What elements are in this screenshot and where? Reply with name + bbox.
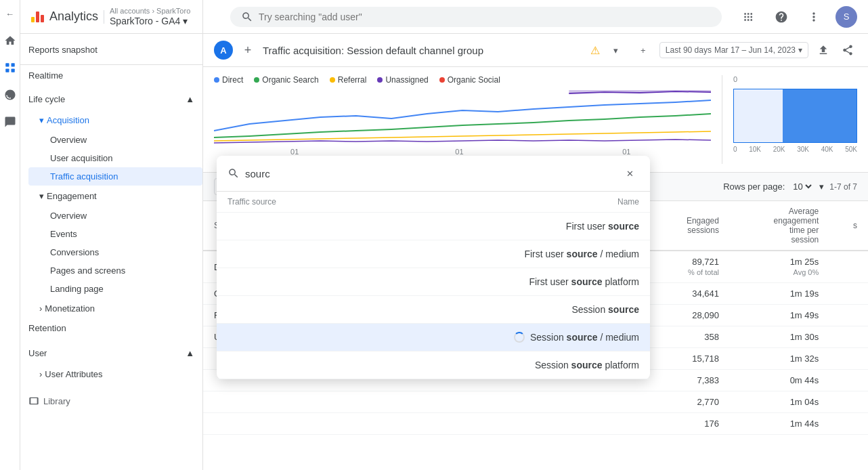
- sidebar-item-library[interactable]: Library: [28, 396, 194, 406]
- grid-icon[interactable]: [738, 6, 760, 28]
- col-avg-engagement: Averageengagementtime persession: [730, 201, 829, 251]
- table-row: 176 1m 44s: [203, 413, 868, 435]
- property-selector[interactable]: SparkToro - GA4 ▾: [110, 16, 190, 26]
- sidebar-sub-engagement: ▾ Engagement Overview Events Conversions…: [20, 186, 202, 298]
- help-icon[interactable]: [771, 6, 792, 28]
- sidebar-section-engagement[interactable]: ▾ Engagement: [28, 186, 202, 207]
- share-icon[interactable]: [838, 41, 857, 60]
- chevron-down-icon: ▾: [819, 181, 824, 192]
- avatar[interactable]: S: [836, 6, 857, 28]
- global-search: [230, 7, 722, 27]
- more-icon[interactable]: [803, 6, 825, 28]
- cell-channel: [203, 413, 399, 435]
- chevron-down-icon: ▾: [183, 16, 188, 26]
- cell-engaged: 176: [649, 413, 730, 435]
- property-name: SparkToro - GA4: [110, 16, 180, 26]
- dropdown-item-first-user-source[interactable]: First user source: [217, 213, 650, 240]
- sidebar-item-landing-page[interactable]: Landing page: [28, 280, 202, 298]
- sidebar-item-realtime[interactable]: Realtime: [20, 65, 202, 86]
- search-input[interactable]: [259, 12, 711, 22]
- search-icon: [241, 11, 253, 23]
- dropdown-item-session-source-platform[interactable]: Session source platform: [217, 351, 650, 379]
- report-title: Traffic acquisition: Session default cha…: [263, 45, 585, 56]
- sidebar-item-conversions[interactable]: Conversions: [28, 243, 202, 261]
- cell-engaged: 15,718: [649, 348, 730, 370]
- sidebar-section-monetization[interactable]: › Monetization: [28, 298, 202, 319]
- cell-sessions: [567, 391, 649, 413]
- chart-main: Direct Organic Search Referral Unassigne…: [214, 75, 711, 164]
- rows-per-page-select[interactable]: 10 25 50: [790, 181, 814, 192]
- dropdown-item-session-source-medium[interactable]: Session source / medium: [217, 324, 650, 351]
- legend-organic-search: Organic Search: [254, 75, 318, 85]
- chevron-right-icon: ›: [39, 369, 42, 379]
- sidebar-item-overview[interactable]: Overview: [28, 131, 202, 149]
- cell-sessions: [567, 413, 649, 435]
- sidebar-section-acquisition[interactable]: ▾ Acquisition: [28, 110, 202, 131]
- cell-engaged: 34,641: [649, 283, 730, 305]
- date-chevron-icon: ▾: [798, 45, 802, 55]
- cell-new-users: [478, 413, 567, 435]
- legend-referral: Referral: [330, 75, 367, 85]
- sidebar-item-user-acquisition[interactable]: User acquisition: [28, 149, 202, 167]
- cell-engaged: 358: [649, 326, 730, 348]
- sidebar-item-eng-overview[interactable]: Overview: [28, 207, 202, 225]
- cell-engaged: 89,721% of total: [649, 251, 730, 283]
- svg-rect-2: [5, 69, 9, 72]
- export-icon[interactable]: [814, 41, 833, 60]
- back-icon[interactable]: ←: [2, 5, 18, 22]
- search-input-wrap[interactable]: [230, 7, 722, 27]
- sidebar-item-traffic-acquisition[interactable]: Traffic acquisition: [28, 167, 202, 186]
- dropdown-header-left: Traffic source: [227, 197, 276, 207]
- add-report-icon[interactable]: +: [632, 39, 654, 61]
- chart-legend: Direct Organic Search Referral Unassigne…: [214, 75, 711, 85]
- explore-icon[interactable]: [2, 87, 18, 103]
- advertising-icon[interactable]: [2, 114, 18, 130]
- icon-rail: ←: [0, 0, 20, 470]
- cell-avg: 1m 49s: [730, 305, 829, 326]
- svg-rect-1: [11, 63, 14, 66]
- top-search-bar: S: [203, 0, 868, 34]
- legend-dot-referral: [330, 77, 335, 83]
- svg-rect-0: [5, 63, 9, 66]
- monetization-label: Monetization: [45, 303, 95, 314]
- report-header: A + Traffic acquisition: Session default…: [203, 34, 868, 67]
- reports-icon[interactable]: [2, 60, 18, 76]
- dropdown-item-first-user-source-medium[interactable]: First user source / medium: [217, 240, 650, 268]
- home-icon[interactable]: [2, 33, 18, 49]
- legend-dot-organic-search: [254, 77, 259, 83]
- cell-users: [399, 413, 478, 435]
- add-button[interactable]: +: [238, 41, 257, 60]
- cell-new-users: [478, 391, 567, 413]
- col-s: s: [829, 201, 868, 251]
- dropdown-item-first-user-source-platform[interactable]: First user source platform: [217, 268, 650, 296]
- user-attributes-label: User Attributes: [45, 369, 102, 379]
- sidebar-section-user-attributes[interactable]: › User Attributes: [28, 364, 202, 385]
- dropdown-search-icon: [227, 167, 240, 179]
- rows-per-page: Rows per page: 10 25 50 ▾ 1-7 of 7: [723, 181, 857, 192]
- dropdown-item-session-source[interactable]: Session source: [217, 296, 650, 324]
- dropdown-close-button[interactable]: ✕: [620, 164, 639, 183]
- sidebar-sub-acquisition: ▾ Acquisition Overview User acquisition …: [20, 110, 202, 186]
- dropdown-arrow-icon[interactable]: ▾: [605, 39, 627, 61]
- sidebar-item-retention[interactable]: Retention: [20, 319, 202, 337]
- warning-icon: ⚠: [590, 44, 600, 57]
- dropdown-header-right: Name: [617, 197, 639, 207]
- cell-avg: 1m 04s: [730, 391, 829, 413]
- sidebar-section-user[interactable]: User ▲: [20, 343, 202, 364]
- sidebar-item-pages-screens[interactable]: Pages and screens: [28, 261, 202, 280]
- cell-engaged: 7,383: [649, 370, 730, 391]
- date-range-text: Mar 17 – Jun 14, 2023: [714, 45, 796, 55]
- cell-s: [829, 413, 868, 435]
- logo-icon: [31, 12, 44, 22]
- date-range-picker[interactable]: Last 90 days Mar 17 – Jun 14, 2023 ▾: [659, 42, 808, 58]
- page-info: 1-7 of 7: [829, 182, 857, 192]
- cell-avg: 1m 25sAvg 0%: [730, 251, 829, 283]
- sidebar-item-events[interactable]: Events: [28, 225, 202, 243]
- engagement-label: Engagement: [47, 191, 97, 201]
- dropdown-search-input[interactable]: [245, 168, 615, 179]
- cell-channel: [203, 391, 399, 413]
- sidebar-section-lifecycle[interactable]: Life cycle ▲: [20, 89, 202, 110]
- sidebar-reports-snapshot[interactable]: Reports snapshot: [20, 34, 202, 65]
- cell-avg: 1m 30s: [730, 326, 829, 348]
- cell-s: [829, 326, 868, 348]
